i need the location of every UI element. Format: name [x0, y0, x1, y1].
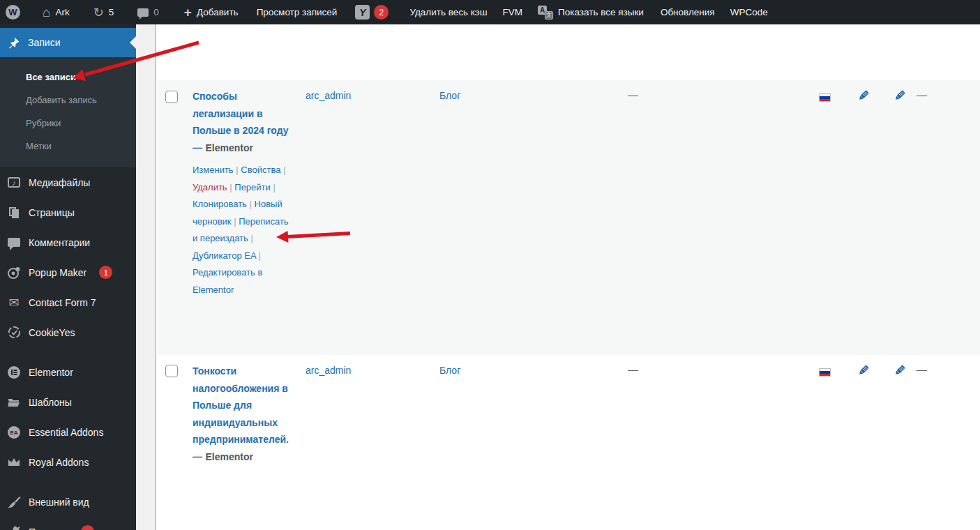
russian-flag-icon: [819, 92, 831, 105]
sidebar-media-label: Медиафайлы: [29, 177, 90, 188]
sidebar-comments-label: Комментарии: [29, 237, 90, 248]
sidebar-templates-label: Шаблоны: [29, 397, 72, 408]
comments-empty-dash: —: [917, 363, 927, 375]
plus-icon: +: [184, 6, 192, 19]
wordpress-logo-icon: W: [6, 5, 20, 20]
wpcode-label: WPCode: [730, 7, 768, 17]
popup-maker-icon: [7, 266, 21, 280]
author-link[interactable]: arc_admin: [306, 90, 351, 101]
envelope-icon: ✉: [7, 296, 21, 310]
edit-translation-pencil-icon[interactable]: [894, 364, 906, 379]
sidebar-item-elementor[interactable]: Elementor: [0, 357, 136, 387]
title-cell: Тонкости налогообложения в Польше для ин…: [193, 363, 292, 465]
updates-icon: ↻: [93, 6, 104, 19]
sidebar-cf7-label: Contact Form 7: [29, 297, 96, 308]
crown-icon: [7, 455, 21, 469]
content-gutter: [136, 24, 156, 530]
plugins-update-badge: [81, 525, 94, 530]
submenu-all-posts[interactable]: Все записи: [0, 66, 136, 89]
action-separator: |: [236, 165, 238, 175]
sidebar-popup-maker-label: Popup Maker: [29, 267, 86, 278]
action-duplicator-ea[interactable]: Дубликатор EA: [193, 250, 256, 261]
sidebar-plugins-label: Плагины: [29, 527, 68, 530]
fvm-menu[interactable]: FVM: [497, 0, 529, 24]
elementor-icon: [7, 365, 21, 379]
sidebar-item-royal-addons[interactable]: Royal Addons: [0, 447, 136, 477]
action-separator: |: [229, 182, 232, 192]
sidebar-item-media[interactable]: ♪ Медиафайлы: [0, 167, 136, 197]
row-checkbox[interactable]: [165, 91, 178, 103]
comments-empty-dash: —: [917, 89, 927, 100]
sidebar-appearance-label: Внешний вид: [29, 497, 89, 508]
sidebar-item-plugins[interactable]: Плагины: [0, 517, 136, 530]
add-new-menu[interactable]: + Добавить: [178, 0, 245, 24]
updates-menu[interactable]: ↻ 5: [87, 0, 121, 24]
sidebar-item-popup-maker[interactable]: Popup Maker 1: [0, 257, 136, 287]
category-link[interactable]: Блог: [439, 90, 460, 101]
edit-translation-pencil-icon[interactable]: [857, 89, 870, 105]
wordpress-logo-menu[interactable]: W: [0, 0, 27, 24]
clear-cache-label: Удалить весь кэш: [409, 7, 487, 17]
action-view[interactable]: Перейти: [234, 182, 271, 192]
wpcode-menu[interactable]: WPCode: [724, 0, 774, 24]
sidebar-essential-addons-label: Essential Addons: [29, 427, 103, 438]
comments-count: 0: [153, 7, 159, 17]
comments-menu[interactable]: 0: [131, 0, 165, 24]
fvm-label: FVM: [503, 7, 523, 17]
sidebar-cookieyes-label: CookieYes: [29, 327, 75, 338]
action-trash[interactable]: Удалить: [193, 182, 227, 192]
post-state-label: Elementor: [205, 142, 252, 153]
action-edit-with-elementor[interactable]: Редактировать в Elementor: [193, 267, 262, 295]
show-all-languages-menu[interactable]: A 文 Показать все языки: [532, 0, 650, 24]
category-link[interactable]: Блог: [439, 365, 460, 376]
sidebar-item-appearance[interactable]: Внешний вид: [0, 487, 136, 517]
essential-addons-icon: EA: [7, 425, 21, 439]
action-edit[interactable]: Изменить: [193, 165, 234, 175]
sidebar-item-essential-addons[interactable]: EA Essential Addons: [0, 417, 136, 447]
sidebar-separator: [0, 347, 136, 357]
updates-page-menu[interactable]: Обновления: [654, 0, 721, 24]
sidebar-posts-label: Записи: [28, 37, 60, 48]
row-checkbox[interactable]: [165, 365, 178, 377]
site-name-label: Ark: [55, 7, 69, 17]
submenu-categories[interactable]: Рубрики: [0, 112, 136, 135]
sidebar-item-comments[interactable]: Комментарии: [0, 227, 136, 257]
posts-list-table: Способы легализации в Польше в 2024 году…: [158, 24, 980, 530]
pages-icon: [7, 206, 21, 220]
updates-count: 5: [109, 7, 114, 17]
yoast-menu[interactable]: Y 2: [349, 0, 395, 24]
sidebar-item-cookieyes[interactable]: CookieYes: [0, 317, 136, 347]
cookie-icon: [7, 326, 21, 340]
submenu-tags[interactable]: Метки: [0, 135, 136, 158]
view-posts-label: Просмотр записей: [257, 7, 338, 17]
action-clone[interactable]: Клонировать: [193, 199, 247, 209]
author-link[interactable]: arc_admin: [306, 365, 351, 376]
sidebar-item-posts[interactable]: Записи: [0, 28, 136, 57]
sidebar-item-contact-form-7[interactable]: ✉ Contact Form 7: [0, 287, 136, 317]
view-posts-menu[interactable]: Просмотр записей: [250, 0, 344, 24]
show-all-languages-label: Показать все языки: [558, 7, 644, 17]
comments-icon: [137, 8, 149, 17]
admin-bar: W ⌂ Ark ↻ 5 0 + Добавить Просмотр записе…: [0, 0, 980, 24]
posts-submenu: Все записи Добавить запись Рубрики Метки: [0, 57, 136, 167]
paintbrush-icon: [7, 495, 21, 509]
sidebar-item-pages[interactable]: Страницы: [0, 197, 136, 227]
action-quick-edit[interactable]: Свойства: [241, 165, 280, 175]
admin-sidebar: Записи Все записи Добавить запись Рубрик…: [0, 24, 136, 530]
site-name-menu[interactable]: ⌂ Ark: [36, 0, 76, 24]
edit-translation-pencil-icon[interactable]: [894, 89, 906, 105]
action-separator: |: [259, 250, 261, 261]
post-title-link[interactable]: Тонкости налогообложения в Польше для ин…: [193, 365, 289, 462]
edit-translation-pencil-icon[interactable]: [857, 364, 870, 379]
current-menu-notch: [123, 36, 136, 49]
sidebar-elementor-label: Elementor: [29, 367, 73, 378]
updates-page-label: Обновления: [661, 7, 715, 17]
svg-text:EA: EA: [10, 430, 17, 436]
clear-cache-menu[interactable]: Удалить весь кэш: [403, 0, 493, 24]
yoast-icon: Y: [355, 5, 370, 20]
title-cell: Способы легализации в Польше в 2024 году…: [193, 88, 292, 298]
table-row: Тонкости налогообложения в Польше для ин…: [158, 355, 980, 530]
submenu-add-post[interactable]: Добавить запись: [0, 89, 136, 112]
plugin-icon: [7, 525, 21, 530]
sidebar-item-templates[interactable]: Шаблоны: [0, 387, 136, 417]
